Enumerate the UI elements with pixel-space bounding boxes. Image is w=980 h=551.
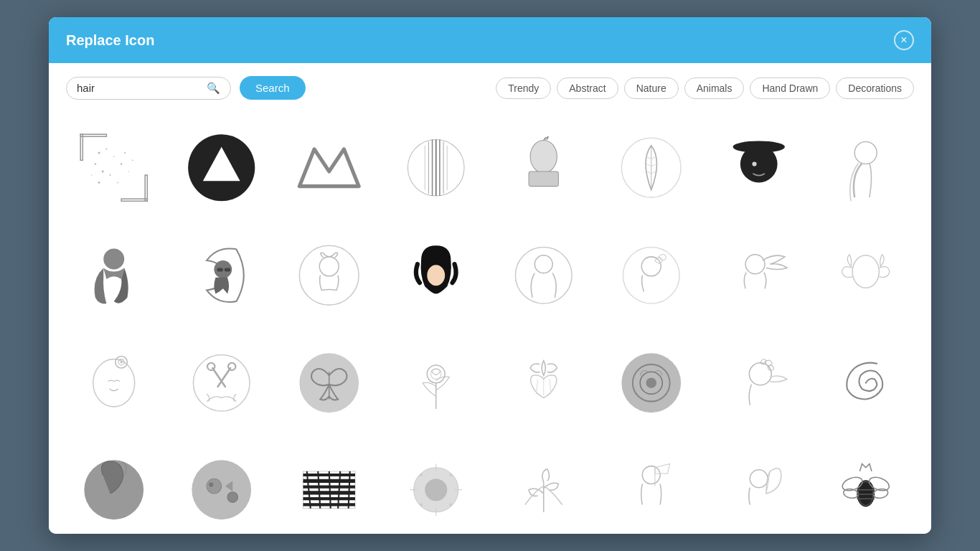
svg-point-89 <box>450 504 453 507</box>
svg-point-4 <box>98 152 100 154</box>
search-wrap: 🔍 <box>66 77 231 100</box>
svg-point-87 <box>450 474 453 476</box>
svg-rect-2 <box>121 199 147 201</box>
icon-cell-3[interactable] <box>281 120 377 216</box>
modal-header: Replace Icon × <box>49 17 931 63</box>
svg-line-32 <box>646 156 651 159</box>
filter-abstract[interactable]: Abstract <box>557 77 618 99</box>
svg-point-47 <box>319 257 339 276</box>
svg-point-41 <box>855 142 877 164</box>
svg-point-72 <box>646 377 656 387</box>
svg-point-10 <box>91 174 92 175</box>
search-input[interactable] <box>77 82 201 94</box>
svg-point-46 <box>299 245 359 305</box>
filter-decorations[interactable]: Decorations <box>836 77 914 99</box>
svg-point-51 <box>623 247 679 303</box>
svg-line-35 <box>651 156 656 159</box>
svg-point-77 <box>209 483 213 487</box>
svg-point-78 <box>227 492 237 502</box>
svg-point-55 <box>93 359 135 406</box>
svg-point-5 <box>105 149 107 150</box>
modal-title: Replace Icon <box>66 32 154 49</box>
svg-line-37 <box>651 171 656 174</box>
filter-animals[interactable]: Animals <box>684 77 745 99</box>
svg-point-54 <box>852 255 879 288</box>
icon-cell-8[interactable] <box>818 120 914 216</box>
svg-line-68 <box>550 379 551 394</box>
icon-cell-9[interactable] <box>66 227 162 324</box>
icon-cell-26[interactable] <box>174 442 270 534</box>
svg-point-92 <box>750 470 768 488</box>
svg-rect-3 <box>145 175 147 201</box>
icon-cell-25[interactable] <box>66 442 162 534</box>
icon-cell-2[interactable] <box>174 120 270 216</box>
icon-cell-14[interactable] <box>603 227 699 324</box>
svg-point-50 <box>534 255 552 273</box>
svg-point-8 <box>102 170 104 172</box>
svg-point-76 <box>207 479 222 494</box>
icon-cell-1[interactable] <box>66 120 162 216</box>
svg-rect-29 <box>529 171 558 187</box>
svg-point-58 <box>121 361 123 363</box>
icon-cell-13[interactable] <box>496 227 592 324</box>
icon-cell-32[interactable] <box>818 442 914 534</box>
filter-nature[interactable]: Nature <box>624 77 679 99</box>
svg-point-61 <box>228 362 235 369</box>
icon-cell-4[interactable] <box>388 120 484 216</box>
icon-cell-30[interactable] <box>603 442 699 534</box>
icon-grid-area[interactable] <box>49 113 931 534</box>
svg-point-81 <box>425 479 448 501</box>
svg-rect-1 <box>80 134 83 160</box>
svg-rect-0 <box>80 134 106 136</box>
svg-point-48 <box>428 265 446 286</box>
svg-point-12 <box>117 182 118 184</box>
icon-cell-20[interactable] <box>388 335 484 431</box>
svg-point-11 <box>121 163 122 164</box>
filter-hand-drawn[interactable]: Hand Drawn <box>750 77 830 99</box>
svg-point-86 <box>420 474 423 476</box>
icon-cell-6[interactable] <box>603 120 699 216</box>
svg-point-16 <box>132 160 133 161</box>
icon-cell-24[interactable] <box>818 335 914 431</box>
svg-line-33 <box>646 164 651 166</box>
icon-cell-10[interactable] <box>174 227 270 324</box>
icon-cell-23[interactable] <box>711 335 807 431</box>
svg-point-13 <box>98 182 100 184</box>
svg-line-36 <box>651 164 656 166</box>
icon-cell-16[interactable] <box>818 227 914 324</box>
icon-cell-31[interactable] <box>711 442 807 534</box>
icon-cell-5[interactable] <box>496 120 592 216</box>
icon-cell-11[interactable] <box>281 227 377 324</box>
filter-tags: Trendy Abstract Nature Animals Hand Draw… <box>496 77 914 99</box>
search-icon: 🔍 <box>207 82 220 95</box>
search-button[interactable]: Search <box>240 76 306 100</box>
svg-point-88 <box>420 504 423 507</box>
svg-point-60 <box>207 362 215 369</box>
icon-cell-28[interactable] <box>388 442 484 534</box>
svg-marker-19 <box>299 149 359 187</box>
svg-point-94 <box>857 481 875 507</box>
icon-cell-22[interactable] <box>603 335 699 431</box>
filter-trendy[interactable]: Trendy <box>496 77 551 99</box>
icon-cell-18[interactable] <box>174 335 270 431</box>
icon-grid <box>66 120 914 534</box>
svg-point-98 <box>843 488 859 499</box>
svg-point-15 <box>124 152 126 154</box>
svg-point-42 <box>103 248 124 269</box>
icon-cell-15[interactable] <box>711 227 807 324</box>
svg-line-66 <box>537 379 538 394</box>
icon-cell-19[interactable] <box>281 335 377 431</box>
svg-point-9 <box>110 174 111 176</box>
close-button[interactable]: × <box>894 30 914 50</box>
icon-cell-12[interactable] <box>388 227 484 324</box>
icon-cell-7[interactable] <box>711 120 807 216</box>
svg-line-34 <box>646 171 651 174</box>
svg-point-39 <box>732 141 784 154</box>
svg-point-40 <box>752 162 756 166</box>
icon-cell-21[interactable] <box>496 335 592 431</box>
svg-point-75 <box>192 461 251 520</box>
icon-cell-27[interactable] <box>281 442 377 534</box>
icon-cell-17[interactable] <box>66 335 162 431</box>
icon-cell-29[interactable] <box>496 442 592 534</box>
svg-point-59 <box>193 354 250 411</box>
